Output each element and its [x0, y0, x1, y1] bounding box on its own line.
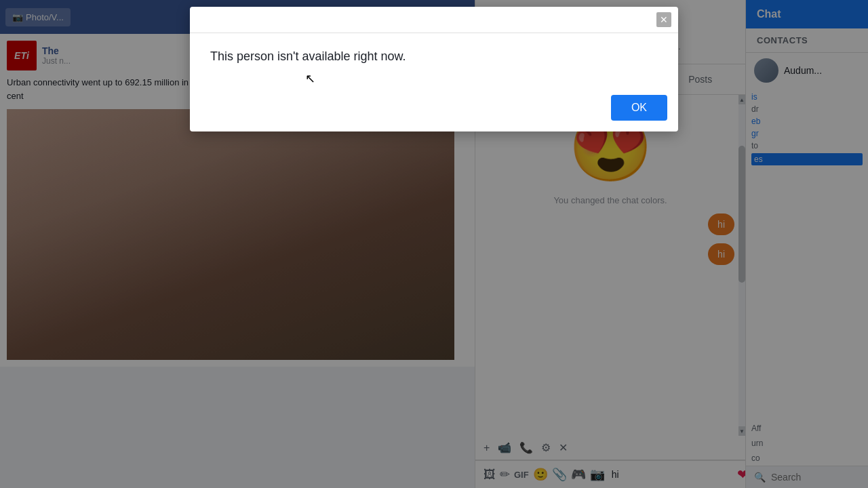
cursor-indicator: ↖	[305, 71, 315, 86]
modal-overlay: ✕ ↖ This person isn't available right no…	[0, 0, 868, 488]
modal-header: ✕	[190, 7, 678, 33]
modal-message: This person isn't available right now.	[210, 49, 658, 64]
modal-ok-button[interactable]: OK	[611, 95, 667, 121]
modal-footer: OK	[611, 95, 667, 121]
close-icon: ✕	[660, 14, 668, 25]
modal-dialog: ✕ ↖ This person isn't available right no…	[190, 7, 678, 131]
modal-close-button[interactable]: ✕	[656, 12, 671, 27]
modal-body: ↖ This person isn't available right now.	[190, 33, 678, 131]
